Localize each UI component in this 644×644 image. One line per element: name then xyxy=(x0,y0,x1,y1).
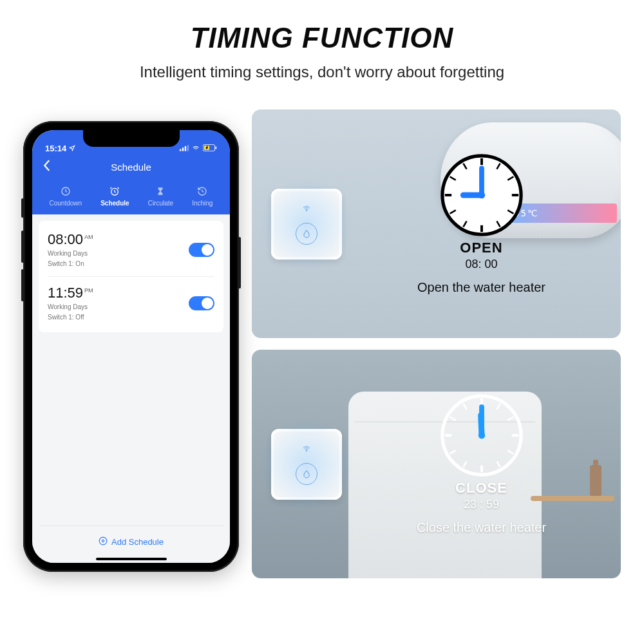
schedule-item[interactable]: 08:00AM Working Days Switch 1: On xyxy=(48,223,214,276)
clock-icon xyxy=(60,185,71,197)
schedule-card: 08:00AM Working Days Switch 1: On 11:59P… xyxy=(39,221,223,332)
wifi-icon xyxy=(301,204,312,215)
svg-line-33 xyxy=(497,403,500,409)
status-time: 15:14 xyxy=(45,144,66,153)
app-title: Schedule xyxy=(111,162,151,173)
close-label: CLOSE xyxy=(455,480,507,497)
svg-point-27 xyxy=(306,450,307,451)
tab-label: Circulate xyxy=(148,200,173,207)
hourglass-icon xyxy=(155,185,166,197)
svg-rect-6 xyxy=(215,146,216,149)
tab-label: Inching xyxy=(192,200,213,207)
battery-icon xyxy=(203,144,217,153)
page-subtitle: Intelligent timing settings, don't worry… xyxy=(140,63,504,81)
signal-icon xyxy=(180,144,189,153)
schedule-days: Working Days xyxy=(48,249,93,258)
tab-schedule[interactable]: Schedule xyxy=(100,185,129,207)
schedule-toggle[interactable] xyxy=(189,296,214,310)
svg-line-36 xyxy=(497,461,500,467)
power-icon xyxy=(296,223,317,245)
home-indicator xyxy=(96,558,167,560)
clock-icon xyxy=(440,153,524,237)
tabs-row: Countdown Schedule Circula xyxy=(40,185,222,207)
schedule-toggle[interactable] xyxy=(189,243,214,257)
svg-line-35 xyxy=(507,450,513,453)
clock-icon xyxy=(440,393,524,477)
schedule-state: Switch 1: Off xyxy=(48,313,93,322)
app-header: Schedule Countdown xyxy=(32,155,230,214)
svg-point-43 xyxy=(478,431,484,438)
svg-point-26 xyxy=(478,191,484,198)
svg-rect-2 xyxy=(185,146,186,151)
open-label: OPEN xyxy=(460,240,502,256)
plus-icon xyxy=(99,536,108,547)
page-headline: TIMING FUNCTION xyxy=(191,22,454,54)
svg-line-37 xyxy=(463,461,466,467)
svg-rect-0 xyxy=(180,149,181,151)
smart-switch xyxy=(271,189,342,260)
phone-frame: 15:14 xyxy=(23,121,239,572)
svg-rect-1 xyxy=(182,147,184,151)
tab-label: Schedule xyxy=(100,200,129,207)
svg-line-39 xyxy=(450,417,455,420)
add-schedule-label: Add Schedule xyxy=(111,537,164,547)
back-button[interactable] xyxy=(43,160,50,174)
panel-open: 45℃ xyxy=(252,109,621,338)
phone-notch xyxy=(83,130,180,147)
add-schedule-button[interactable]: Add Schedule xyxy=(39,526,223,554)
wifi-icon xyxy=(301,444,312,455)
tab-circulate[interactable]: Circulate xyxy=(148,185,173,207)
close-time: 23 : 59 xyxy=(464,498,499,511)
alarm-icon xyxy=(109,185,120,197)
open-desc: Open the water heater xyxy=(417,280,545,295)
svg-line-38 xyxy=(450,450,455,453)
close-desc: Close the water heater xyxy=(417,520,546,535)
phone-screen: 15:14 xyxy=(32,130,230,563)
power-icon xyxy=(296,463,317,485)
schedule-time: 11:59PM xyxy=(48,285,93,301)
schedule-time: 08:00AM xyxy=(48,231,93,248)
history-icon xyxy=(196,185,208,197)
schedule-item[interactable]: 11:59PM Working Days Switch 1: Off xyxy=(48,276,214,330)
schedule-days: Working Days xyxy=(48,303,93,312)
tab-label: Countdown xyxy=(50,200,82,207)
schedule-state: Switch 1: On xyxy=(48,260,93,269)
svg-rect-3 xyxy=(187,145,189,151)
svg-point-10 xyxy=(306,210,307,211)
open-time: 08: 00 xyxy=(465,258,497,271)
svg-line-40 xyxy=(463,403,466,409)
svg-line-34 xyxy=(507,417,513,420)
panel-close: CLOSE 23 : 59 Close the water heater xyxy=(252,350,621,578)
smart-switch xyxy=(271,429,342,500)
tab-inching[interactable]: Inching xyxy=(192,185,213,207)
location-icon xyxy=(69,144,75,153)
tab-countdown[interactable]: Countdown xyxy=(50,185,82,207)
wifi-icon xyxy=(191,144,200,153)
schedule-body: 08:00AM Working Days Switch 1: On 11:59P… xyxy=(32,214,230,563)
